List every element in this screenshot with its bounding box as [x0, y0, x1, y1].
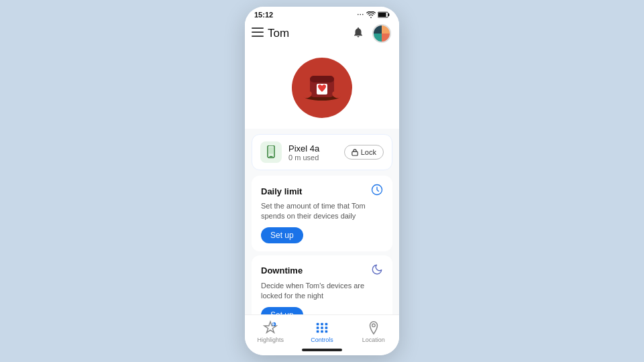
device-usage: 0 m used [288, 154, 337, 162]
highlights-icon [263, 320, 278, 335]
phone-frame: 15:12 ··· Tom [245, 7, 399, 355]
device-name: Pixel 4a [288, 143, 337, 154]
avatar[interactable] [372, 24, 391, 43]
status-icons: ··· [357, 11, 390, 18]
bell-icon[interactable] [352, 26, 364, 41]
svg-rect-20 [317, 323, 319, 326]
svg-rect-13 [270, 156, 273, 157]
downtime-card: Downtime Decide when Tom's devices are l… [252, 255, 392, 314]
daily-limit-title: Daily limit [261, 186, 302, 196]
downtime-setup-button[interactable]: Set up [261, 307, 303, 314]
svg-rect-21 [321, 323, 323, 326]
svg-rect-24 [321, 326, 323, 329]
daily-limit-setup-button[interactable]: Set up [261, 227, 303, 243]
menu-icon[interactable] [252, 27, 264, 40]
svg-rect-25 [325, 326, 328, 329]
page-title: Tom [268, 27, 348, 40]
location-icon [366, 320, 381, 335]
svg-rect-3 [252, 27, 264, 29]
svg-point-29 [372, 324, 375, 327]
svg-rect-14 [269, 147, 274, 154]
user-avatar-illustration [295, 61, 349, 115]
downtime-desc: Decide when Tom's devices are locked for… [261, 281, 383, 302]
nav-label-location: Location [362, 337, 385, 343]
lock-label: Lock [361, 148, 376, 156]
svg-rect-1 [378, 13, 386, 17]
svg-rect-5 [252, 36, 264, 37]
user-avatar-section [245, 47, 399, 129]
device-card: Pixel 4a 0 m used Lock [252, 134, 392, 170]
signal-icon: ··· [357, 11, 364, 18]
svg-rect-23 [317, 326, 319, 329]
home-bar [302, 349, 342, 351]
downtime-title: Downtime [261, 265, 303, 276]
svg-rect-15 [352, 152, 358, 156]
svg-rect-2 [388, 13, 389, 16]
nav-item-location[interactable]: Location [347, 320, 399, 343]
svg-rect-26 [317, 330, 319, 333]
daily-limit-icon [371, 184, 383, 198]
svg-rect-27 [321, 330, 323, 333]
svg-rect-28 [325, 330, 328, 333]
svg-rect-22 [325, 323, 328, 326]
daily-limit-desc: Set the amount of time that Tom spends o… [261, 201, 383, 222]
downtime-icon [371, 263, 383, 278]
battery-icon [378, 11, 390, 18]
downtime-header: Downtime [261, 263, 383, 278]
device-info: Pixel 4a 0 m used [288, 143, 337, 162]
controls-icon [315, 320, 329, 335]
bottom-nav: Highlights Controls Location [245, 314, 399, 346]
nav-label-highlights: Highlights [258, 337, 284, 343]
nav-item-highlights[interactable]: Highlights [245, 320, 297, 343]
daily-limit-card: Daily limit Set the amount of time that … [252, 176, 392, 251]
user-avatar-circle [292, 58, 352, 118]
wifi-icon [366, 11, 376, 18]
app-header: Tom [245, 20, 399, 47]
svg-rect-8 [310, 76, 334, 82]
main-content: Pixel 4a 0 m used Lock Daily limit [245, 47, 399, 314]
lock-button[interactable]: Lock [344, 145, 384, 160]
nav-label-controls: Controls [311, 337, 333, 343]
status-time: 15:12 [254, 11, 273, 19]
home-indicator [245, 346, 399, 355]
device-icon [260, 141, 282, 163]
status-bar: 15:12 ··· [245, 7, 399, 20]
nav-item-controls[interactable]: Controls [297, 320, 348, 343]
daily-limit-header: Daily limit [261, 184, 383, 198]
svg-rect-4 [252, 32, 264, 33]
